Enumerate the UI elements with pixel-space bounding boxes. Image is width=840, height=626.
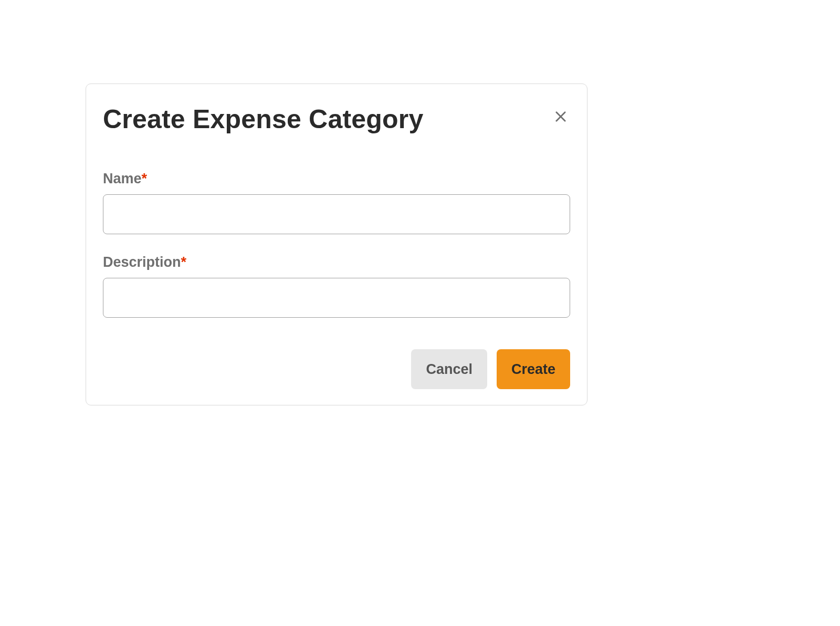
name-label-text: Name <box>103 171 142 186</box>
name-label: Name* <box>103 171 570 187</box>
dialog-footer: Cancel Create <box>103 349 570 389</box>
create-button[interactable]: Create <box>497 349 570 389</box>
description-label: Description* <box>103 254 570 270</box>
create-expense-category-dialog: Create Expense Category Name* Descriptio… <box>86 84 587 405</box>
description-label-text: Description <box>103 254 181 270</box>
name-input[interactable] <box>103 194 570 234</box>
close-button[interactable] <box>551 107 570 126</box>
dialog-header: Create Expense Category <box>103 105 570 134</box>
description-input[interactable] <box>103 278 570 318</box>
close-icon <box>553 109 568 124</box>
description-field-group: Description* <box>103 254 570 318</box>
required-marker: * <box>181 254 187 270</box>
name-field-group: Name* <box>103 171 570 234</box>
dialog-title: Create Expense Category <box>103 105 423 134</box>
cancel-button[interactable]: Cancel <box>411 349 487 389</box>
required-marker: * <box>142 171 148 186</box>
